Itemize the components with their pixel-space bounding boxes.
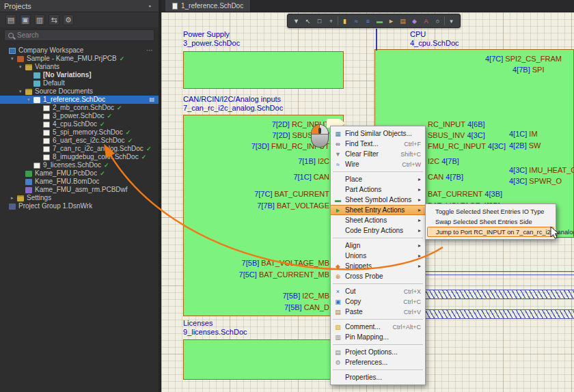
tree-item[interactable]: Kame_FMU.PcbDoc ✓ [0,169,159,178]
tree-item[interactable]: 3_power.SchDoc ✓ [0,112,159,120]
sheet-entry[interactable]: 7[1B] I2C [298,157,329,166]
context-menu-item[interactable]: ⚙ Preferences... [331,357,425,367]
sheet-entry[interactable]: 4[3C] SPWR_O [509,177,562,186]
floating-toolbar-icon[interactable]: + [326,16,336,26]
tree-item[interactable]: ▾ Source Documents [0,87,159,96]
floating-toolbar-icon[interactable]: ► [386,16,396,26]
tree-item[interactable]: 7_can_rc_i2c_analog.SchDoc ✓ [0,145,159,153]
context-menu-item[interactable] [333,344,423,345]
context-menu-item[interactable]: × Cut Ctrl+X [331,286,425,296]
sheet-entry[interactable]: 7[5B] I2C_MB [283,292,330,300]
context-menu-item[interactable] [333,369,423,370]
sheet-entry[interactable]: 7[5C] BAT_CURRENT_MB [239,270,329,279]
sheet-entry[interactable]: SBUS_INV 4[3C] [428,131,485,140]
tree-item[interactable]: 4_cpu.SchDoc ✓ [0,120,159,128]
context-menu-item[interactable]: ≈ Wire Ctrl+W [331,159,425,169]
floating-toolbar-icon[interactable]: ↖ [303,16,313,26]
more-options-icon[interactable]: ⋯ [146,46,159,55]
floating-toolbar-icon[interactable] [444,16,445,25]
tree-item[interactable]: Company Workspace ⋯ [0,46,159,55]
search-input[interactable] [17,31,150,39]
tree-item[interactable]: Default [0,79,159,87]
floating-toolbar-icon[interactable]: ▤ [398,16,408,26]
sheet-entry[interactable]: 7[7C] BAT_CURRENT [254,190,329,199]
projects-toolbar-icon[interactable]: ▣ [20,14,31,25]
context-menu-item[interactable]: ▤ Project Options... [331,347,425,357]
context-menu-item[interactable] [333,319,423,320]
tree-item[interactable]: Kame_FMU_asm_rm.PCBDwf [0,186,159,194]
sheet-entry[interactable]: 7[5B] CAN_D [284,303,329,312]
context-menu-item[interactable]: ▣ Copy Ctrl+C [331,296,425,307]
sheet-entry[interactable]: FMU_RC_INPUT 4[3C] [428,142,506,151]
floating-toolbar-icon[interactable]: ◆ [409,16,420,26]
projects-toolbar-icon[interactable]: ▤ [5,14,16,25]
context-menu-item[interactable]: Place ▸ [331,174,425,184]
floating-toolbar-icon[interactable]: A [421,16,431,26]
context-menu-item[interactable]: ▤ Paste Ctrl+V [331,307,425,317]
tree-item[interactable]: ▾ Variants [0,63,159,71]
projects-toolbar-icon[interactable]: ⇆ [49,14,59,25]
tree-item[interactable]: [No Variations] [0,71,159,79]
submenu-item[interactable]: Swap Selected Sheet Entries Side [426,216,556,227]
projects-search[interactable] [4,29,154,41]
tree-item[interactable]: Project Group 1.DsnWrk [0,202,159,210]
tree-item[interactable]: ▾ Sample - Kame_FMU.PrjPCB ✓ [0,55,159,63]
context-menu-item[interactable] [333,283,423,284]
panel-header-icon[interactable]: ▪ [145,1,154,11]
projects-toolbar-icon[interactable]: ▥ [34,14,45,25]
schematic-canvas[interactable]: ▼↖□+▮≈≡▬►▤◆A○▾ Power Supply 3_power.SchD… [161,12,574,392]
tab-1-reference[interactable]: 1_reference.SchDoc [165,0,251,12]
floating-toolbar-icon[interactable] [338,16,338,25]
sheet-entry[interactable]: 7[1C] CAN [293,173,329,182]
context-menu-item[interactable]: Unions ▸ [331,251,425,261]
context-menu-item[interactable]: Part Actions ▸ [331,184,425,195]
chevron-icon[interactable]: ▾ [19,63,25,71]
sheet-entry[interactable]: 4[7C] SPI2_CS_FRAM [485,55,562,63]
context-menu-item[interactable]: ▬ Sheet Symbol Actions ▸ [331,195,425,205]
tree-item[interactable]: ▾ 1_reference.SchDoc ▤ [0,96,159,104]
submenu-item[interactable]: Jump to Port RC_INPUT on 7_can_rc_i2c_an… [427,227,554,237]
sheet-entry[interactable]: 4[1C] IM [509,130,538,139]
context-menu-item[interactable]: ◆ Snippets ▸ [331,261,425,271]
sheet-symbol-licenses[interactable] [183,339,344,380]
context-menu-item[interactable]: Sheet Actions ▸ [331,215,425,225]
sheet-symbol-power[interactable] [183,51,344,89]
context-menu-item[interactable]: ▧ Comment... Ctrl+Alt+C [331,322,425,332]
context-menu-item[interactable]: Align ▸ [331,240,425,251]
sheet-entry[interactable]: BAT_CURRENT 4[3B] [428,190,502,199]
sheet-entry[interactable]: RC_INPUT 4[6B] [428,120,485,129]
chevron-icon[interactable]: ▸ [11,194,17,202]
sheet-entry[interactable]: CAN 4[7B] [428,173,463,182]
sheet-entry[interactable]: 4[2B] SW [509,141,541,150]
tree-item[interactable]: Kame_FMU.BomDoc [0,178,159,186]
chevron-icon[interactable]: ▾ [27,96,33,104]
context-menu-item[interactable]: ► Sheet Entry Actions ▸ [331,205,425,215]
context-menu-item[interactable]: Code Entry Actions ▸ [331,225,425,236]
tree-item[interactable]: 6_uart_esc_i2c.SchDoc ✓ [0,137,159,145]
context-menu-item[interactable]: ∞ Find Text... Ctrl+F [331,139,425,149]
context-menu-item[interactable]: ⊕ Cross Probe [331,271,425,281]
projects-toolbar-icon[interactable]: ⚙ [63,14,74,25]
context-menu-item[interactable] [333,238,423,238]
floating-toolbar-icon[interactable]: □ [314,16,325,26]
tree-item[interactable]: 5_spi_memory.SchDoc ✓ [0,128,159,137]
floating-toolbar-icon[interactable]: ≡ [363,16,373,26]
sheet-entry[interactable]: 7[5B] BAT_VOLTAGE_MB [242,259,329,268]
tree-item[interactable]: 2_mb_conn.SchDoc ✓ [0,104,159,112]
chevron-icon[interactable]: ▾ [11,55,17,63]
context-menu-item[interactable]: ▥ Pin Mapping... [331,332,425,342]
sheet-entry[interactable]: I2C 4[7B] [428,157,459,166]
submenu-item[interactable]: Toggle Selected Sheet Entries IO Type [426,206,556,216]
floating-toolbar-icon[interactable]: ▾ [446,16,456,26]
tree-item[interactable]: 8_imugdebug_conn.SchDoc ✓ [0,153,159,161]
context-menu-item[interactable]: Properties... [331,372,425,382]
sheet-entry[interactable]: 4[3C] IMU_HEAT_CT [509,166,574,175]
context-menu-item[interactable]: ▼ Clear Filter Shift+C [331,149,425,159]
floating-toolbar-icon[interactable]: ▮ [340,16,350,26]
floating-toolbar-icon[interactable]: ≈ [351,16,361,26]
sheet-entry[interactable]: 4[7B] SPI [512,66,544,74]
floating-toolbar-icon[interactable]: ▬ [374,16,385,26]
floating-toolbar-icon[interactable]: ▼ [291,16,301,26]
chevron-icon[interactable]: ▾ [19,87,25,96]
floating-toolbar-icon[interactable]: ○ [433,16,443,26]
